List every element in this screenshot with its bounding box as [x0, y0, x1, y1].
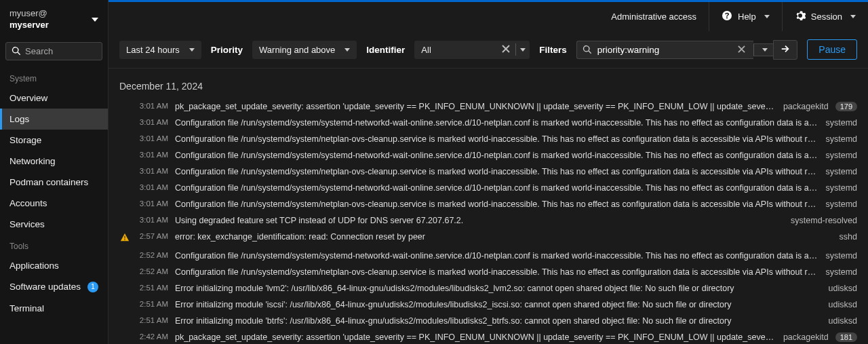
nav-label: Software updates	[9, 282, 81, 292]
identifier-select[interactable]: All	[414, 41, 530, 59]
row-time: 3:01 AM	[137, 216, 168, 224]
row-service: systemd	[825, 167, 857, 176]
row-time: 3:01 AM	[137, 102, 168, 110]
nav-label: Logs	[9, 114, 29, 124]
priority-label: Priority	[211, 45, 243, 55]
row-status-icon	[119, 151, 130, 151]
logs-list[interactable]: December 11, 2024 3:01 AMpk_package_set_…	[108, 69, 868, 344]
log-row[interactable]: 2:51 AMError initializing module 'iscsi'…	[119, 297, 857, 313]
section-system-label: System	[0, 67, 108, 88]
row-status-icon	[119, 300, 130, 301]
row-status-icon	[119, 183, 130, 184]
row-service: udisksd	[829, 316, 857, 326]
log-row[interactable]: 3:01 AMConfiguration file /run/systemd/s…	[119, 115, 857, 131]
row-status-icon	[119, 167, 130, 168]
admin-access-button[interactable]: Administrative access	[599, 2, 709, 31]
help-menu[interactable]: Help	[709, 2, 782, 31]
priority-value: Warning and above	[259, 45, 335, 55]
host-user: myuser@	[9, 8, 49, 20]
row-time: 3:01 AM	[137, 183, 168, 191]
row-count-badge: 181	[835, 332, 857, 342]
priority-select[interactable]: Warning and above	[252, 41, 357, 59]
filter-input[interactable]	[597, 45, 730, 55]
sidebar-search-input[interactable]	[25, 46, 96, 56]
nav-podman[interactable]: Podman containers	[0, 172, 108, 193]
nav-label: Services	[9, 219, 45, 229]
row-time: 2:42 AM	[137, 332, 168, 341]
logs-toolbar: Last 24 hours Priority Warning and above…	[108, 31, 868, 69]
log-row[interactable]: 3:01 AMpk_package_set_update_severity: a…	[119, 98, 857, 115]
row-message: Configuration file /run/systemd/system/n…	[175, 167, 818, 176]
sidebar-search[interactable]	[5, 42, 102, 60]
nav-software-updates[interactable]: Software updates 1	[0, 276, 108, 298]
row-status-icon	[119, 134, 130, 135]
row-message: pk_package_set_update_severity: assertio…	[175, 332, 776, 342]
nav-label: Terminal	[9, 303, 44, 313]
row-service: packagekitd	[783, 102, 829, 111]
row-status-icon	[119, 316, 130, 317]
caret-down-icon	[850, 15, 856, 18]
row-time: 2:51 AM	[137, 300, 168, 308]
warning-icon	[120, 233, 130, 244]
nav-networking[interactable]: Networking	[0, 151, 108, 172]
nav-label: Podman containers	[9, 177, 88, 187]
row-time: 2:51 AM	[137, 316, 168, 324]
log-row[interactable]: 2:42 AMpk_package_set_update_severity: a…	[119, 329, 857, 344]
row-message: Configuration file /run/systemd/system/s…	[175, 251, 818, 261]
nav-services[interactable]: Services	[0, 214, 108, 235]
time-range-select[interactable]: Last 24 hours	[119, 41, 201, 59]
row-time: 3:01 AM	[137, 118, 168, 126]
row-service: systemd	[825, 134, 857, 144]
caret-down-icon	[762, 48, 768, 52]
host-switcher[interactable]: myuser@ myserver	[0, 0, 108, 38]
identifier-clear-button[interactable]	[498, 43, 514, 56]
row-time: 3:01 AM	[137, 167, 168, 175]
log-row[interactable]: 3:01 AMUsing degraded feature set TCP in…	[119, 212, 857, 229]
log-row[interactable]: 2:52 AMConfiguration file /run/systemd/s…	[119, 248, 857, 264]
nav-accounts[interactable]: Accounts	[0, 193, 108, 214]
log-row[interactable]: 2:51 AMError initializing module 'btrfs'…	[119, 313, 857, 329]
row-status-icon	[119, 232, 130, 244]
nav-terminal[interactable]: Terminal	[0, 298, 108, 319]
search-icon	[12, 46, 21, 56]
row-message: Error initializing module 'btrfs': /usr/…	[175, 316, 822, 326]
pause-button[interactable]: Pause	[807, 39, 857, 60]
log-row[interactable]: 2:52 AMConfiguration file /run/systemd/s…	[119, 264, 857, 280]
nav-overview[interactable]: Overview	[0, 88, 108, 109]
row-message: Using degraded feature set TCP instead o…	[175, 216, 784, 225]
row-message: error: kex_exchange_identification: read…	[175, 232, 833, 242]
filter-options-button[interactable]	[753, 43, 773, 56]
log-row[interactable]: 3:01 AMConfiguration file /run/systemd/s…	[119, 196, 857, 212]
row-status-icon	[119, 216, 130, 216]
section-tools-label: Tools	[0, 235, 108, 255]
help-label: Help	[738, 12, 756, 22]
nav-applications[interactable]: Applications	[0, 255, 108, 276]
admin-access-label: Administrative access	[611, 12, 696, 22]
session-menu[interactable]: Session	[782, 2, 868, 31]
row-status-icon	[119, 251, 130, 252]
log-row[interactable]: 3:01 AMConfiguration file /run/systemd/s…	[119, 164, 857, 180]
row-service: systemd	[825, 251, 857, 261]
caret-down-icon	[92, 18, 98, 22]
date-header: December 11, 2024	[119, 78, 857, 98]
identifier-label: Identifier	[366, 45, 405, 55]
caret-down-icon	[344, 48, 350, 52]
filters-label: Filters	[539, 45, 567, 55]
nav-storage[interactable]: Storage	[0, 130, 108, 151]
log-row[interactable]: 3:01 AMConfiguration file /run/systemd/s…	[119, 180, 857, 196]
row-service: udisksd	[829, 300, 857, 309]
topbar: Administrative access Help Session	[108, 0, 868, 31]
log-row[interactable]: 3:01 AMConfiguration file /run/systemd/s…	[119, 147, 857, 164]
row-message: Configuration file /run/systemd/system/s…	[175, 183, 818, 193]
log-row[interactable]: 2:51 AMError initializing module 'lvm2':…	[119, 280, 857, 297]
filter-clear-button[interactable]	[735, 45, 748, 55]
row-time: 2:52 AM	[137, 267, 168, 275]
sidebar: myuser@ myserver System Overview Logs St…	[0, 0, 108, 344]
log-row[interactable]: 2:57 AMerror: kex_exchange_identificatio…	[119, 229, 857, 248]
filter-input-wrap[interactable]	[576, 41, 753, 59]
log-row[interactable]: 3:01 AMConfiguration file /run/systemd/s…	[119, 131, 857, 147]
nav-logs[interactable]: Logs	[0, 109, 108, 130]
row-time: 2:51 AM	[137, 284, 168, 292]
filter-submit-button[interactable]	[773, 40, 797, 60]
row-service: systemd	[825, 118, 857, 128]
